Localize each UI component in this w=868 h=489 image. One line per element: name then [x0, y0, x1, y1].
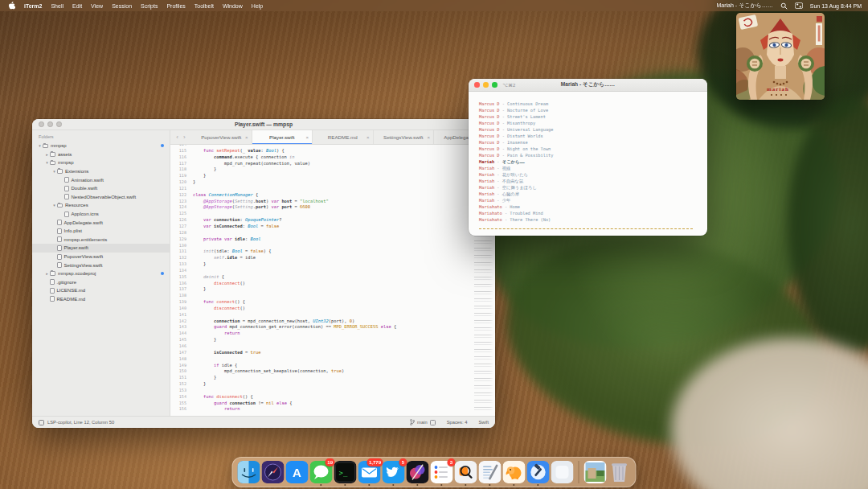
- code-line-149[interactable]: 149 if idle {: [170, 363, 473, 369]
- tab-settingsview.swift[interactable]: SettingsView.swift×: [374, 130, 435, 144]
- playlist-track[interactable]: Mariah - 少年: [479, 197, 707, 203]
- code-line-117[interactable]: 117 mpd_run_repeat(connection, value): [170, 161, 473, 167]
- playlist-track[interactable]: Mariahato - There There (No): [479, 216, 707, 223]
- code-line-128[interactable]: 128: [170, 230, 473, 236]
- tab-close-icon[interactable]: ×: [305, 135, 309, 140]
- code-line-132[interactable]: 132 self.idle = idle: [170, 255, 473, 261]
- code-line-129[interactable]: 129 private var idle: Bool: [170, 236, 473, 243]
- control-center-icon[interactable]: [795, 2, 803, 9]
- code-line-152[interactable]: 152 }: [170, 381, 473, 388]
- menu-window[interactable]: Window: [223, 3, 243, 9]
- chevron-down-icon[interactable]: ▾: [51, 203, 57, 208]
- file-tree-item-mmpsp[interactable]: ▾mmpsp: [32, 158, 170, 167]
- nav-forward-icon[interactable]: ›: [183, 134, 186, 141]
- code-line-131[interactable]: 131 init(idle: Bool = false) {: [170, 249, 473, 255]
- tab-close-icon[interactable]: ×: [427, 135, 430, 140]
- code-line-121[interactable]: 121: [170, 186, 473, 192]
- file-tree-item-mmpsp.xcodeproj[interactable]: ▸mmpsp.xcodeproj: [32, 269, 170, 278]
- diagnostics-icon[interactable]: [430, 420, 436, 425]
- playlist-track[interactable]: Mariah - 花が咲いたら: [479, 171, 707, 178]
- code-line-123[interactable]: 123 @AppStorage(Setting.host) var host =…: [170, 199, 473, 205]
- file-tree-item-player.swift[interactable]: Player.swift: [32, 244, 170, 253]
- file-tree-item-license.md[interactable]: LICENSE.md: [32, 286, 170, 295]
- tab-close-icon[interactable]: ×: [245, 135, 248, 140]
- playlist-track[interactable]: Mariah - 視線: [479, 165, 707, 171]
- code-line-133[interactable]: 133 }: [170, 261, 473, 268]
- spaces-indicator[interactable]: Spaces: 4: [447, 420, 468, 425]
- file-tree-item-info.plist[interactable]: Info.plist: [32, 227, 170, 236]
- playlist-track[interactable]: Marcus D - Continuous Dream: [479, 101, 707, 107]
- dock-icon-iterm2[interactable]: >_: [334, 461, 357, 486]
- code-lines[interactable]: 114115 func setRepeat(_ value: Bool) {11…: [170, 145, 473, 413]
- code-line-135[interactable]: 135 deinit {: [170, 274, 473, 281]
- code-line-120[interactable]: 120}: [170, 179, 473, 186]
- file-tree-item-extensions[interactable]: ▾Extensions: [32, 167, 170, 176]
- chevron-right-icon[interactable]: ▸: [44, 271, 50, 276]
- code-line-136[interactable]: 136 disconnect(): [170, 281, 473, 287]
- dock-icon-xcode[interactable]: [527, 461, 550, 486]
- dock-icon-reminders[interactable]: 3: [431, 461, 453, 486]
- file-tree-item-nestedobservableobject.swift[interactable]: NestedObservableObject.swift: [32, 193, 170, 202]
- playlist-track[interactable]: Marcus D - Nocturne of Love: [479, 107, 707, 113]
- code-line-130[interactable]: 130: [170, 243, 473, 249]
- playlist-track[interactable]: Marcus D - Misanthropy: [479, 120, 707, 126]
- code-line-142[interactable]: 142 connection = mpd_connection_new(host…: [170, 318, 473, 325]
- menu-edit[interactable]: Edit: [72, 3, 82, 9]
- now-playing-status[interactable]: Mariah - そこから……: [717, 2, 773, 10]
- code-editor-area[interactable]: 114115 func setRepeat(_ value: Bool) {11…: [170, 145, 495, 416]
- code-line-155[interactable]: 155 guard connection != nil else {: [170, 401, 473, 407]
- tab-close-icon[interactable]: ×: [366, 135, 370, 140]
- code-line-153[interactable]: 153: [170, 388, 473, 394]
- file-tree-item-double.swift[interactable]: Double.swift: [32, 184, 170, 193]
- code-line-143[interactable]: 143 guard mpd_connection_get_error(conne…: [170, 324, 473, 331]
- code-line-147[interactable]: 147 isConnected = true: [170, 350, 473, 356]
- file-tree-item-readme.md[interactable]: README.md: [32, 295, 170, 304]
- dock-icon-twitter[interactable]: 5: [383, 461, 405, 486]
- playlist-track[interactable]: Marcus D - Pain & Possibility: [479, 152, 707, 158]
- chevron-right-icon[interactable]: ▸: [44, 152, 50, 157]
- playlist-track[interactable]: Marcus D - Distant Worlds: [479, 133, 707, 139]
- menu-scripts[interactable]: Scripts: [141, 3, 158, 9]
- file-tree-item-settingsview.swift[interactable]: SettingsView.swift: [32, 261, 170, 269]
- code-line-144[interactable]: 144 return: [170, 331, 473, 337]
- code-line-148[interactable]: 148: [170, 356, 473, 363]
- chevron-down-icon[interactable]: ▾: [44, 160, 50, 165]
- file-tree-item-mmpsp.entitlements[interactable]: mmpsp.entitlements: [32, 236, 170, 244]
- file-tree-item-appdelegate.swift[interactable]: AppDelegate.swift: [32, 218, 170, 227]
- status-left-text[interactable]: LSP-copilot, Line 12, Column 50: [47, 420, 114, 425]
- playlist-track[interactable]: Marcus D - Night on the Town: [479, 146, 707, 152]
- dock-icon-finder[interactable]: [238, 461, 260, 486]
- playlist-track[interactable]: Marcus D - Inasense: [479, 139, 707, 146]
- code-line-124[interactable]: 124 @AppStorage(Setting.port) var port =…: [170, 204, 473, 211]
- playlist-track[interactable]: Mariah - 空に舞うまぼろし: [479, 184, 707, 191]
- tab-popoverview.swift[interactable]: PopoverView.swift×: [191, 130, 252, 144]
- code-line-151[interactable]: 151 }: [170, 375, 473, 381]
- code-line-138[interactable]: 138: [170, 293, 473, 299]
- code-line-139[interactable]: 139 func connect() {: [170, 299, 473, 306]
- search-icon[interactable]: [780, 2, 788, 10]
- playlist-track[interactable]: Mariahato - Troubled Mind: [479, 210, 707, 216]
- code-line-154[interactable]: 154 func disconnect() {: [170, 394, 473, 401]
- menu-help[interactable]: Help: [252, 3, 263, 9]
- album-art-window[interactable]: mariah: [736, 13, 825, 100]
- code-line-156[interactable]: 156 return: [170, 406, 473, 413]
- code-line-115[interactable]: 115 func setRepeat(_ value: Bool) {: [170, 148, 473, 154]
- menu-shell[interactable]: Shell: [51, 3, 63, 9]
- nav-back-icon[interactable]: ‹: [176, 134, 178, 141]
- dock-icon-elephant-app[interactable]: [503, 461, 526, 486]
- tab-player.swift[interactable]: Player.swift×: [252, 130, 313, 144]
- dock-icon-mail[interactable]: 1,779: [358, 461, 381, 486]
- menu-profiles[interactable]: Profiles: [166, 3, 185, 9]
- code-line-119[interactable]: 119 }: [170, 173, 473, 179]
- code-line-125[interactable]: 125: [170, 211, 473, 217]
- chevron-down-icon[interactable]: ▾: [51, 169, 57, 174]
- code-line-146[interactable]: 146: [170, 343, 473, 350]
- playlist-track[interactable]: Marcus D - Street's Lament: [479, 113, 707, 120]
- menu-toolbelt[interactable]: Toolbelt: [194, 3, 214, 9]
- playlist-track[interactable]: Mariah - 不自由な鼠: [479, 178, 707, 184]
- code-line-127[interactable]: 127 var isConnected: Bool = false: [170, 224, 473, 230]
- code-line-137[interactable]: 137 }: [170, 286, 473, 293]
- file-tree-item-appicon.icns[interactable]: AppIcon.icns: [32, 210, 170, 219]
- terminal-titlebar[interactable]: ⌥⌘2 Mariah - そこから……: [469, 79, 707, 92]
- dock-icon-safari[interactable]: [262, 461, 285, 486]
